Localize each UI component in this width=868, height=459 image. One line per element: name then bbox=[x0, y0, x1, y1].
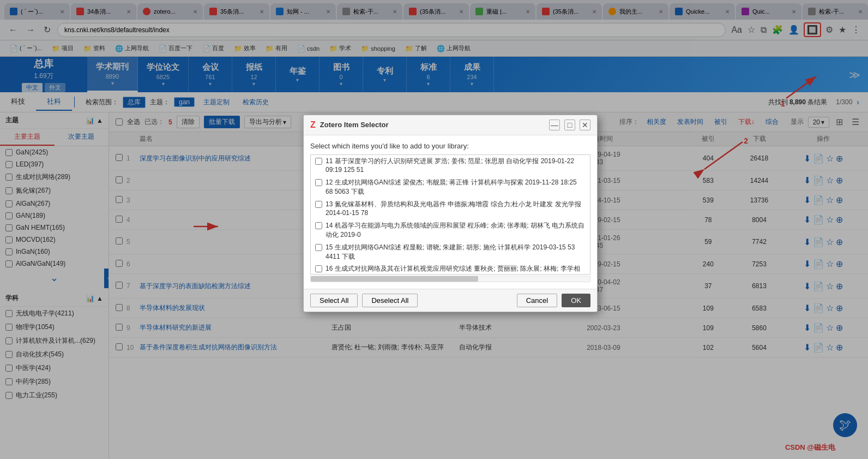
modal-close-btn[interactable]: ✕ bbox=[580, 120, 590, 130]
modal-item-11-check[interactable] bbox=[315, 158, 322, 165]
modal-item-14-check[interactable] bbox=[315, 222, 322, 229]
modal-body: Select which items you'd like to add to … bbox=[304, 135, 597, 289]
zotero-icon: Z bbox=[310, 120, 316, 130]
modal-item-16-check[interactable] bbox=[315, 265, 322, 272]
modal-item-12-check[interactable] bbox=[315, 179, 322, 186]
modal-item-15-text: 15 生成对抗网络GAN综述 程显毅; 谱晓; 朱建新; 胡形; 施伦 计算机科… bbox=[326, 243, 586, 261]
modal-item-12-text: 12 生成对抗网络GAN综述 梁俊杰; 韦舰晨; 蒋正锋 计算机科学与探索 20… bbox=[326, 178, 586, 196]
select-all-button[interactable]: Select All bbox=[310, 294, 358, 307]
modal-item-14-text: 14 机器学习在能源与电力系统领域的应用和展望 程乐峰; 余涛; 张孝顺; 胡林… bbox=[326, 221, 586, 240]
modal-item-15-check[interactable] bbox=[315, 244, 322, 251]
modal-item-11[interactable]: 11 基于深度学习的行人识别研究进展 罗浩; 姜伟; 范星; 张思朋 自动化学报… bbox=[311, 155, 590, 177]
modal-item-16[interactable]: 16 生成式对抗网络及其在计算机视觉应用研究综述 董秋炎; 贾丽丽; 陈永展; … bbox=[311, 263, 590, 274]
modal-minimize-btn[interactable]: — bbox=[549, 120, 560, 130]
zotero-item-selector-modal: Z Zotero Item Selector — □ ✕ Select whic… bbox=[303, 115, 598, 312]
modal-titlebar: Z Zotero Item Selector — □ ✕ bbox=[304, 115, 597, 135]
modal-prompt-text: Select which items you'd like to add to … bbox=[310, 142, 590, 150]
modal-item-13[interactable]: 13 氮化镓基材料、异质结构和及光电器件 申德振;梅增霞 综合力;杜小龙 叶建发… bbox=[311, 198, 590, 220]
modal-item-list[interactable]: 11 基于深度学习的行人识别研究进展 罗浩; 姜伟; 范星; 张思朋 自动化学报… bbox=[310, 154, 590, 275]
deselect-all-button[interactable]: Deselect All bbox=[362, 294, 418, 307]
modal-title-text: Zotero Item Selector bbox=[320, 121, 545, 129]
ok-button[interactable]: OK bbox=[562, 294, 590, 307]
modal-item-13-check[interactable] bbox=[315, 201, 322, 208]
modal-item-16-text: 16 生成式对抗网络及其在计算机视觉应用研究综述 董秋炎; 贾丽丽; 陈永展; … bbox=[326, 264, 586, 274]
modal-overlay[interactable]: Z Zotero Item Selector — □ ✕ Select whic… bbox=[0, 0, 868, 459]
modal-hscrollbar[interactable] bbox=[310, 276, 590, 282]
modal-footer: Select All Deselect All Cancel OK bbox=[304, 289, 597, 312]
modal-maximize-btn[interactable]: □ bbox=[564, 120, 575, 130]
modal-item-13-text: 13 氮化镓基材料、异质结构和及光电器件 申德振;梅增霞 综合力;杜小龙 叶建发… bbox=[326, 200, 586, 218]
modal-item-14[interactable]: 14 机器学习在能源与电力系统领域的应用和展望 程乐峰; 余涛; 张孝顺; 胡林… bbox=[311, 219, 590, 241]
cancel-button[interactable]: Cancel bbox=[517, 294, 557, 307]
modal-item-15[interactable]: 15 生成对抗网络GAN综述 程显毅; 谱晓; 朱建新; 胡形; 施伦 计算机科… bbox=[311, 241, 590, 263]
modal-hscrollbar-thumb bbox=[311, 276, 478, 282]
modal-item-11-text: 11 基于深度学习的行人识别研究进展 罗浩; 姜伟; 范星; 张思朋 自动化学报… bbox=[326, 157, 586, 175]
modal-item-12[interactable]: 12 生成对抗网络GAN综述 梁俊杰; 韦舰晨; 蒋正锋 计算机科学与探索 20… bbox=[311, 176, 590, 198]
